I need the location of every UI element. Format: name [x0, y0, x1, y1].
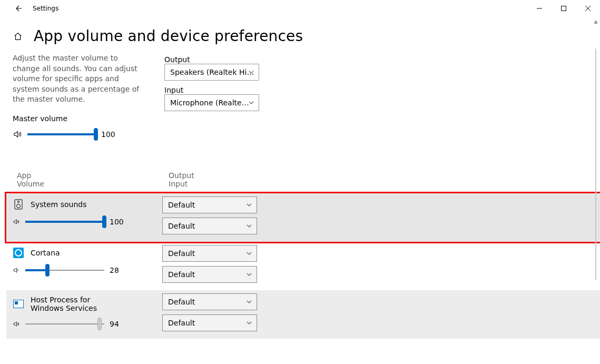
maximize-button[interactable] [552, 0, 576, 17]
app-input-value: Default [168, 222, 195, 230]
page-header: App volume and device preferences [0, 17, 600, 53]
speaker-icon[interactable] [13, 130, 22, 139]
app-volume-value: 100 [110, 218, 125, 226]
scroll-up-arrow[interactable]: ▴ [592, 17, 600, 25]
apps-header-volume: App Volume [17, 171, 59, 188]
app-output-value: Default [168, 298, 195, 306]
app-title-row: System sounds [13, 199, 150, 210]
app-volume-value: 28 [110, 266, 125, 274]
app-output-select[interactable]: Default [162, 293, 257, 310]
chevron-down-icon [248, 69, 254, 75]
svg-rect-0 [562, 6, 566, 11]
app-title-row: Host Process for Windows Services [13, 296, 150, 312]
app-row: Cortana28DefaultDefault [6, 242, 600, 290]
host-process-icon [13, 298, 24, 310]
app-title-row: Cortana [13, 247, 150, 259]
app-output-select[interactable]: Default [162, 245, 257, 262]
app-input-value: Default [168, 319, 195, 327]
app-volume-row: 94 [13, 319, 150, 329]
app-output-value: Default [168, 249, 195, 258]
scrollbar[interactable]: ▴ [592, 17, 600, 364]
apps-list: System sounds100DefaultDefaultCortana28D… [0, 193, 600, 339]
master-volume-block: Master volume 100 [13, 114, 156, 140]
app-io-selects: DefaultDefault [162, 245, 268, 287]
home-icon[interactable] [13, 31, 23, 42]
master-volume-slider[interactable] [27, 129, 96, 140]
app-io-selects: DefaultDefault [162, 293, 268, 336]
speaker-icon[interactable] [13, 320, 20, 328]
back-button[interactable] [9, 4, 26, 13]
chevron-down-icon [246, 320, 252, 326]
speaker-icon[interactable] [13, 267, 20, 274]
chevron-down-icon [246, 271, 252, 278]
right-column: Output Speakers (Realtek Hi… Input Micro… [164, 53, 270, 116]
app-output-select[interactable]: Default [162, 196, 257, 213]
speaker-icon[interactable] [13, 218, 20, 225]
output-device-select[interactable]: Speakers (Realtek Hi… [164, 64, 259, 81]
output-device-value: Speakers (Realtek Hi… [170, 68, 254, 76]
description-text: Adjust the master volume to change all s… [13, 53, 144, 105]
app-volume-row: 100 [13, 217, 150, 227]
svg-point-2 [17, 204, 21, 208]
apps-table-header: App Volume Output Input [0, 171, 600, 188]
input-label: Input [164, 86, 270, 94]
output-label: Output [164, 55, 270, 64]
input-device-select[interactable]: Microphone (Realte… [164, 94, 259, 111]
system-sounds-icon [13, 199, 24, 210]
app-volume-slider[interactable] [25, 319, 104, 329]
app-volume-row: 28 [13, 265, 150, 276]
scrollbar-thumb[interactable] [595, 48, 596, 280]
app-input-value: Default [168, 270, 195, 279]
app-left: Cortana28 [11, 245, 154, 278]
app-volume-slider[interactable] [25, 265, 104, 276]
page-title: App volume and device preferences [34, 27, 303, 45]
app-row: Host Process for Windows Services94Defau… [6, 290, 600, 339]
master-volume-label: Master volume [13, 114, 156, 123]
app-name: Host Process for Windows Services [31, 296, 125, 312]
chevron-down-icon [246, 250, 252, 257]
chevron-down-icon [246, 299, 252, 305]
master-volume-value: 100 [101, 130, 117, 139]
master-volume-row: 100 [13, 129, 156, 140]
window-controls [527, 0, 600, 17]
app-name: Cortana [31, 249, 60, 257]
titlebar: Settings [0, 0, 600, 17]
app-input-select[interactable]: Default [162, 314, 257, 331]
top-content: Adjust the master volume to change all s… [0, 53, 600, 140]
close-button[interactable] [576, 0, 600, 17]
app-volume-slider[interactable] [25, 217, 104, 227]
input-device-value: Microphone (Realte… [170, 99, 249, 107]
window-title: Settings [33, 5, 58, 12]
app-input-select[interactable]: Default [162, 218, 257, 234]
app-output-value: Default [168, 201, 195, 209]
app-left: Host Process for Windows Services94 [11, 293, 154, 331]
app-name: System sounds [31, 200, 86, 209]
app-volume-value: 94 [110, 320, 125, 328]
chevron-down-icon [248, 100, 254, 106]
app-input-select[interactable]: Default [162, 266, 257, 283]
chevron-down-icon [246, 202, 252, 208]
chevron-down-icon [246, 223, 252, 229]
svg-point-3 [18, 201, 19, 202]
apps-header-io: Output Input [169, 171, 274, 188]
minimize-button[interactable] [527, 0, 552, 17]
app-row: System sounds100DefaultDefault [6, 193, 600, 242]
left-column: Adjust the master volume to change all s… [13, 53, 156, 140]
app-io-selects: DefaultDefault [162, 196, 268, 239]
app-left: System sounds100 [11, 196, 154, 229]
cortana-icon [13, 247, 24, 259]
